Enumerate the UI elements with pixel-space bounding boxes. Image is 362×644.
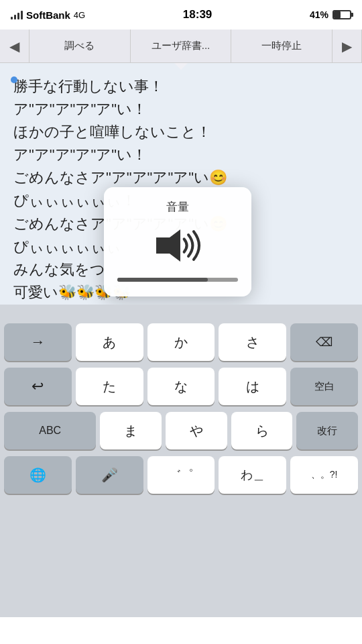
status-right: 41% [310,9,351,20]
key-ma[interactable]: ま [100,412,162,449]
time-label: 18:39 [183,8,212,21]
volume-popup: 音量 [104,187,251,297]
key-return[interactable]: 改行 [296,412,358,449]
lookup-button[interactable]: 調べる [29,30,131,62]
volume-icon [151,224,204,267]
key-na[interactable]: な [147,368,215,405]
keyboard: → あ か さ ⌫ ↩ た な は 空白 ABC ま や ら 改行 🌐 🎤 ゛゜… [0,318,362,617]
key-ha[interactable]: は [219,368,286,405]
toolbar: ◀ 調べる ユーザ辞書... 一時停止 ▶ [0,30,362,63]
toolbar-arrow [174,63,188,70]
text-line-4: ア"ア"ア"ア"ア"い！ [13,144,351,166]
key-dakuten[interactable]: ゛゜ [147,456,215,494]
key-abc[interactable]: ABC [4,412,96,449]
signal-icon [11,10,23,19]
battery-icon [333,10,351,19]
key-undo[interactable]: ↩ [4,368,72,405]
keyboard-row-4: 🌐 🎤 ゛゜ わ＿ 、。?! [3,456,359,494]
keyboard-row-2: ↩ た な は 空白 [3,368,359,405]
carrier-label: SoftBank [26,9,70,21]
key-wa[interactable]: わ＿ [219,456,286,494]
key-space[interactable]: 空白 [290,368,358,405]
status-bar: SoftBank 4G 18:39 41% [0,0,362,30]
key-ra[interactable]: ら [231,412,293,449]
blue-dot [11,76,17,83]
text-line-5: ごめんなさア"ア"ア"ア"ア"い😊 [13,166,351,189]
key-punct[interactable]: 、。?! [290,456,358,494]
key-ya[interactable]: や [166,412,227,449]
keyboard-row-3: ABC ま や ら 改行 [3,412,359,449]
key-ka[interactable]: か [147,323,215,361]
key-globe[interactable]: 🌐 [4,456,72,494]
keyboard-row-1: → あ か さ ⌫ [3,323,359,361]
text-line-1: 勝手な行動しない事！ [13,75,351,98]
status-left: SoftBank 4G [11,9,85,21]
network-label: 4G [74,10,85,20]
pause-button[interactable]: 一時停止 [231,30,333,62]
key-delete[interactable]: ⌫ [290,323,358,361]
volume-fill [117,278,208,282]
forward-button[interactable]: ▶ [333,30,362,62]
volume-title: 音量 [117,199,238,215]
back-button[interactable]: ◀ [0,30,29,62]
volume-slider[interactable] [117,278,238,282]
text-line-2: ア"ア"ア"ア"ア"い！ [13,98,351,121]
key-mic[interactable]: 🎤 [76,456,143,494]
volume-icon-area [117,224,238,267]
separator [0,305,362,318]
key-arrow[interactable]: → [4,323,72,361]
text-line-3: ほかの子と喧嘩しないこと！ [13,121,351,144]
content-area: 勝手な行動しない事！ ア"ア"ア"ア"ア"い！ ほかの子と喧嘩しないこと！ ア"… [0,63,362,305]
key-sa[interactable]: さ [219,323,286,361]
key-a[interactable]: あ [76,323,143,361]
key-ta[interactable]: た [76,368,143,405]
battery-percent: 41% [310,9,328,20]
user-dict-button[interactable]: ユーザ辞書... [131,30,232,62]
svg-marker-0 [156,229,180,262]
